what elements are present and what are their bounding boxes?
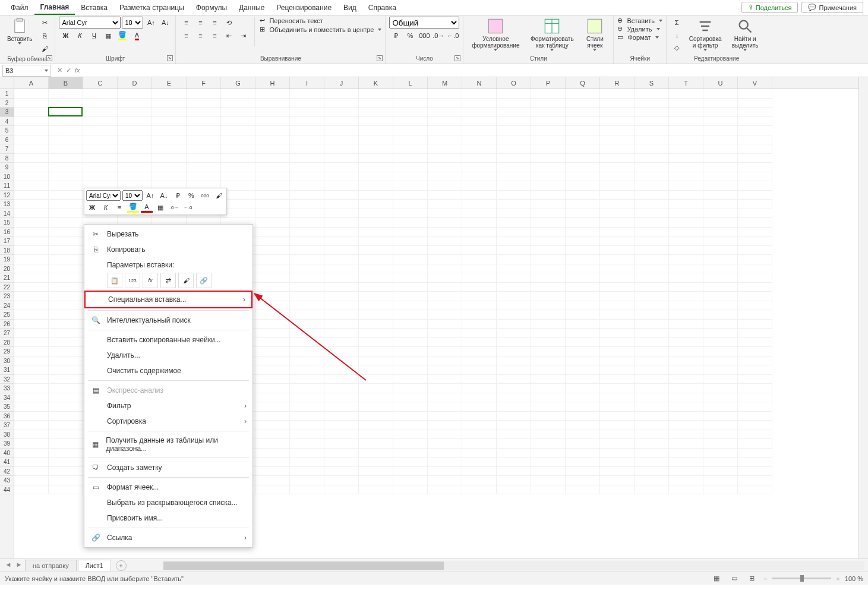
row-header-9[interactable]: 9 bbox=[0, 163, 14, 172]
ctx-copy[interactable]: ⎘Копировать bbox=[84, 242, 252, 257]
name-box[interactable]: B3 bbox=[2, 65, 51, 77]
ctx-cut[interactable]: ✂Вырезать bbox=[84, 226, 252, 242]
conditional-formatting-button[interactable]: Условное форматирование bbox=[467, 17, 524, 52]
ctx-paste-special[interactable]: Специальная вставка...› bbox=[84, 291, 252, 308]
paste-opt-formulas[interactable]: fx bbox=[143, 273, 158, 288]
row-header-7[interactable]: 7 bbox=[0, 144, 14, 154]
row-header-27[interactable]: 27 bbox=[0, 329, 14, 338]
col-header-V[interactable]: V bbox=[738, 77, 772, 89]
row-header-19[interactable]: 19 bbox=[0, 255, 14, 264]
zoom-in-button[interactable]: + bbox=[836, 575, 839, 582]
row-header-20[interactable]: 20 bbox=[0, 264, 14, 274]
row-header-8[interactable]: 8 bbox=[0, 154, 14, 163]
underline-button[interactable]: Ч bbox=[87, 30, 100, 42]
delete-cells-button[interactable]: ⊖ Удалить bbox=[617, 25, 659, 33]
share-button[interactable]: ⇪Поделиться bbox=[741, 2, 798, 13]
decrease-indent-button[interactable]: ⇤ bbox=[222, 30, 235, 42]
row-header-25[interactable]: 25 bbox=[0, 310, 14, 320]
increase-decimal-button[interactable]: .0→ bbox=[432, 30, 445, 42]
bold-button[interactable]: Ж bbox=[59, 30, 72, 42]
tab-view[interactable]: Вид bbox=[337, 1, 362, 14]
row-header-31[interactable]: 31 bbox=[0, 365, 14, 375]
row-header-13[interactable]: 13 bbox=[0, 200, 14, 209]
ctx-new-note[interactable]: 🗨Создать заметку bbox=[84, 460, 252, 475]
paste-opt-transpose[interactable]: ⇄ bbox=[160, 273, 176, 288]
row-header-24[interactable]: 24 bbox=[0, 301, 14, 311]
ctx-delete[interactable]: Удалить... bbox=[84, 348, 252, 363]
zoom-out-button[interactable]: − bbox=[763, 575, 767, 582]
row-header-39[interactable]: 39 bbox=[0, 439, 14, 449]
row-header-1[interactable]: 1 bbox=[0, 89, 14, 99]
row-header-4[interactable]: 4 bbox=[0, 117, 14, 127]
font-name-select[interactable]: Arial Cyr bbox=[59, 17, 121, 29]
row-header-5[interactable]: 5 bbox=[0, 126, 14, 135]
col-header-U[interactable]: U bbox=[703, 77, 738, 89]
row-header-14[interactable]: 14 bbox=[0, 209, 14, 219]
tab-file[interactable]: Файл bbox=[5, 1, 34, 14]
format-painter-button[interactable]: 🖌 bbox=[38, 43, 51, 55]
col-header-Q[interactable]: Q bbox=[566, 77, 600, 89]
ctx-filter[interactable]: Фильтр› bbox=[84, 398, 252, 414]
insert-cells-button[interactable]: ⊕ Вставить bbox=[617, 17, 662, 24]
col-header-D[interactable]: D bbox=[118, 77, 152, 89]
align-left-button[interactable]: ≡ bbox=[179, 30, 192, 42]
col-header-F[interactable]: F bbox=[187, 77, 221, 89]
mini-format-painter[interactable]: 🖌 bbox=[213, 190, 225, 201]
enter-formula-icon[interactable]: ✓ bbox=[66, 67, 71, 74]
row-header-21[interactable]: 21 bbox=[0, 273, 14, 283]
horizontal-scrollbar[interactable] bbox=[163, 561, 864, 570]
col-header-R[interactable]: R bbox=[600, 77, 635, 89]
col-header-M[interactable]: M bbox=[428, 77, 462, 89]
mini-font-shrink[interactable]: A↓ bbox=[158, 190, 170, 201]
row-header-28[interactable]: 28 bbox=[0, 338, 14, 348]
row-header-33[interactable]: 33 bbox=[0, 384, 14, 393]
tab-home[interactable]: Главная bbox=[34, 1, 75, 15]
row-header-10[interactable]: 10 bbox=[0, 172, 14, 182]
ctx-get-data-from-table[interactable]: ▦Получить данные из таблицы или диапазон… bbox=[84, 433, 252, 456]
formula-input[interactable] bbox=[86, 65, 868, 77]
font-size-select[interactable]: 10 bbox=[122, 17, 143, 29]
col-header-I[interactable]: I bbox=[290, 77, 324, 89]
tab-insert[interactable]: Вставка bbox=[75, 1, 113, 14]
cancel-formula-icon[interactable]: ✕ bbox=[57, 67, 62, 74]
paste-button[interactable]: Вставить bbox=[4, 17, 36, 46]
align-right-button[interactable]: ≡ bbox=[208, 30, 221, 42]
copy-button[interactable]: ⎘ bbox=[38, 30, 51, 42]
fill-color-button[interactable]: 🪣 bbox=[116, 30, 129, 42]
row-header-38[interactable]: 38 bbox=[0, 430, 14, 440]
tab-data[interactable]: Данные bbox=[233, 1, 270, 14]
align-middle-button[interactable]: ≡ bbox=[194, 17, 207, 29]
row-header-22[interactable]: 22 bbox=[0, 283, 14, 292]
tab-help[interactable]: Справка bbox=[362, 1, 402, 14]
ctx-clear-contents[interactable]: Очистить содержимое bbox=[84, 363, 252, 378]
row-header-2[interactable]: 2 bbox=[0, 99, 14, 108]
number-dialog-launcher[interactable]: ⬊ bbox=[454, 55, 460, 61]
view-page-break-button[interactable]: ⊞ bbox=[746, 573, 759, 584]
ctx-sort[interactable]: Сортировка› bbox=[84, 414, 252, 429]
align-center-button[interactable]: ≡ bbox=[194, 30, 207, 42]
comma-button[interactable]: 000 bbox=[418, 30, 431, 42]
increase-indent-button[interactable]: ⇥ bbox=[236, 30, 250, 42]
ctx-smart-lookup[interactable]: 🔍Интеллектуальный поиск bbox=[84, 313, 252, 328]
row-header-6[interactable]: 6 bbox=[0, 135, 14, 145]
autosum-button[interactable]: Σ bbox=[670, 17, 683, 29]
row-header-36[interactable]: 36 bbox=[0, 412, 14, 421]
percent-button[interactable]: % bbox=[403, 30, 416, 42]
mini-percent[interactable]: % bbox=[185, 190, 197, 201]
row-header-30[interactable]: 30 bbox=[0, 356, 14, 366]
row-header-17[interactable]: 17 bbox=[0, 236, 14, 246]
sheet-nav-next[interactable]: ► bbox=[14, 561, 24, 570]
mini-font-grow[interactable]: A↑ bbox=[144, 190, 156, 201]
fill-button[interactable]: ↓ bbox=[670, 29, 683, 41]
mini-borders[interactable]: ▦ bbox=[154, 202, 166, 213]
decrease-decimal-button[interactable]: ←.0 bbox=[446, 30, 459, 42]
clear-button[interactable]: ◇ bbox=[670, 42, 683, 53]
col-header-A[interactable]: A bbox=[14, 77, 49, 89]
row-header-23[interactable]: 23 bbox=[0, 292, 14, 301]
mini-comma[interactable]: 000 bbox=[199, 190, 211, 201]
paste-opt-values[interactable]: 123 bbox=[125, 273, 140, 288]
view-page-layout-button[interactable]: ▭ bbox=[728, 573, 741, 584]
format-as-table-button[interactable]: Форматировать как таблицу bbox=[526, 17, 577, 52]
align-top-button[interactable]: ≡ bbox=[179, 17, 192, 29]
row-header-44[interactable]: 44 bbox=[0, 485, 14, 495]
